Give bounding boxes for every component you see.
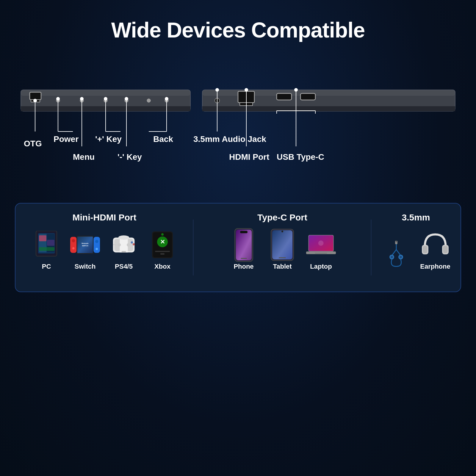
- svg-text:SWITCH: SWITCH: [82, 245, 88, 247]
- earphone-label: Earphone: [420, 263, 450, 270]
- svg-rect-13: [202, 106, 455, 111]
- svg-point-78: [133, 243, 135, 245]
- device-phone: Phone: [229, 230, 259, 270]
- svg-rect-86: [160, 253, 165, 255]
- svg-rect-94: [272, 230, 292, 259]
- device-headphone: Earphone: [420, 230, 450, 270]
- svg-rect-80: [113, 244, 117, 245]
- device-tablet: Tablet: [267, 230, 297, 270]
- svg-line-104: [392, 250, 396, 256]
- device-pc: PC: [32, 230, 61, 270]
- pc-label: PC: [42, 263, 51, 270]
- svg-rect-79: [122, 251, 126, 252]
- page-title: Wide Devices Compatible: [111, 18, 365, 42]
- audio-title: 3.5mm: [402, 212, 430, 223]
- svg-rect-91: [240, 231, 248, 233]
- svg-point-61: [72, 239, 75, 242]
- svg-point-100: [318, 240, 324, 246]
- xbox-icon: ✕: [148, 230, 177, 260]
- svg-point-62: [72, 247, 75, 250]
- svg-point-69: [95, 240, 98, 243]
- mini-hdmi-devices: PC: [32, 230, 177, 270]
- svg-rect-111: [396, 241, 397, 242]
- svg-text:✕: ✕: [160, 239, 165, 245]
- ps45-label: PS4/5: [115, 263, 133, 270]
- svg-rect-102: [315, 253, 327, 253]
- phone-icon: [229, 230, 259, 260]
- svg-rect-101: [306, 251, 336, 254]
- svg-line-105: [396, 250, 401, 256]
- svg-point-87: [161, 233, 164, 236]
- device-switch: Nintendo SWITCH Switch: [70, 230, 100, 270]
- tablet-icon: [267, 230, 297, 260]
- xbox-label: Xbox: [154, 263, 170, 270]
- svg-text:'+'  Key: '+' Key: [95, 134, 122, 144]
- page-wrapper: Wide Devices Compatible: [0, 0, 476, 476]
- diagram-svg: OTG Power Menu '+' Key '-' Key Back: [15, 54, 461, 197]
- typec-section: Type-C Port: [193, 212, 371, 283]
- svg-point-70: [95, 248, 98, 250]
- pc-icon: [32, 230, 61, 260]
- device-earphone-wire: [381, 241, 411, 270]
- audio-section: 3.5mm: [371, 212, 461, 283]
- device-laptop: Laptop: [306, 230, 336, 270]
- svg-text:3.5mm Audio Jack: 3.5mm Audio Jack: [193, 134, 266, 144]
- svg-rect-57: [39, 235, 46, 241]
- svg-text:USB Type-C: USB Type-C: [277, 152, 324, 162]
- svg-point-75: [118, 243, 121, 246]
- switch-icon-container: Nintendo SWITCH: [70, 230, 100, 260]
- svg-rect-68: [93, 237, 100, 253]
- mini-hdmi-title: Mini-HDMI Port: [73, 212, 137, 223]
- device-xbox: ✕ Xbox: [148, 230, 177, 270]
- svg-text:Menu: Menu: [73, 152, 95, 162]
- phone-label: Phone: [234, 263, 253, 270]
- svg-text:Power: Power: [54, 134, 79, 144]
- svg-rect-1: [21, 90, 190, 96]
- svg-rect-92: [241, 258, 247, 259]
- svg-point-76: [127, 243, 130, 246]
- laptop-icon: [306, 230, 336, 260]
- earphone-wire-icon: [381, 241, 411, 270]
- svg-text:HDMI Port: HDMI Port: [229, 152, 269, 162]
- ps45-icon: [109, 230, 139, 260]
- compatibility-panel: Mini-HDMI Port: [15, 203, 461, 292]
- svg-rect-17: [277, 93, 292, 100]
- laptop-label: Laptop: [310, 263, 332, 270]
- svg-rect-96: [279, 257, 286, 258]
- device-ps45: PS4/5: [109, 230, 139, 270]
- svg-point-77: [131, 241, 133, 243]
- svg-rect-90: [236, 230, 252, 260]
- svg-text:Back: Back: [153, 134, 173, 144]
- tablet-label: Tablet: [273, 263, 292, 270]
- headphone-icon: [420, 230, 450, 260]
- svg-rect-117: [443, 245, 448, 254]
- svg-text:OTG: OTG: [24, 139, 42, 148]
- svg-point-22: [33, 99, 37, 102]
- svg-rect-59: [39, 247, 54, 251]
- mini-hdmi-section: Mini-HDMI Port: [15, 212, 193, 283]
- svg-point-95: [281, 231, 283, 232]
- svg-rect-3: [30, 92, 41, 100]
- svg-point-9: [147, 99, 151, 102]
- svg-text:'-' Key: '-' Key: [118, 152, 142, 162]
- svg-rect-18: [300, 93, 315, 100]
- svg-point-109: [400, 256, 402, 258]
- audio-devices: Earphone: [381, 230, 450, 270]
- svg-point-108: [391, 256, 393, 258]
- svg-rect-85: [155, 251, 170, 252]
- diagram-area: OTG Power Menu '+' Key '-' Key Back: [15, 54, 461, 203]
- svg-rect-58: [47, 240, 54, 246]
- svg-text:Nintendo: Nintendo: [82, 242, 89, 244]
- switch-label: Switch: [75, 263, 96, 270]
- svg-rect-116: [422, 245, 428, 254]
- typec-devices: Phone: [229, 230, 336, 270]
- svg-point-74: [118, 235, 129, 240]
- svg-rect-73: [120, 237, 128, 252]
- typec-title: Type-C Port: [257, 212, 307, 223]
